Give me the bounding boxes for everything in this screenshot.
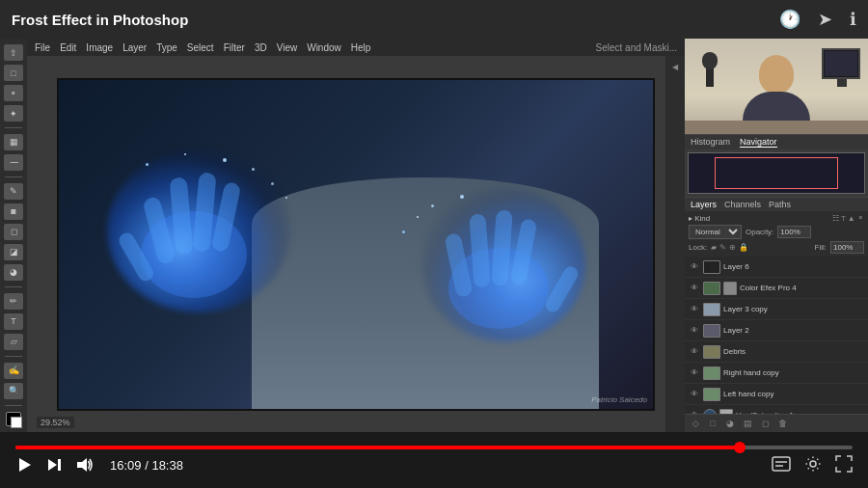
particle	[223, 158, 227, 162]
gradient-tool[interactable]: ◪	[4, 244, 23, 260]
layer-row[interactable]: 👁 Right hand copy	[685, 363, 868, 384]
layer-icons-row: ☷ T ▲ ⚬	[832, 214, 864, 223]
ps-menu-3d[interactable]: 3D	[255, 42, 267, 53]
ps-menu-layer[interactable]: Layer	[122, 42, 147, 53]
layers-tab[interactable]: Layers	[691, 200, 717, 209]
add-style-icon[interactable]: ◇	[689, 417, 702, 430]
hand-tool[interactable]: ✍	[4, 363, 23, 379]
stamp-tool[interactable]: ◙	[4, 203, 23, 220]
move-tool[interactable]: ⇧	[4, 44, 23, 61]
ps-menu-type[interactable]: Type	[156, 42, 177, 53]
new-layer-icon[interactable]: ◻	[758, 417, 772, 430]
lock-pixels-icon[interactable]: ✎	[719, 243, 726, 252]
zoom-tool[interactable]: 🔍	[4, 383, 23, 399]
layer-name: Layer 3 copy	[723, 305, 864, 313]
current-time: 16:09	[110, 458, 142, 473]
share-icon[interactable]: ➤	[818, 9, 832, 30]
kind-label: ▸ Kind	[689, 214, 710, 223]
layer-row[interactable]: 👁 Debris	[685, 341, 868, 363]
shape-tool[interactable]: ▱	[4, 334, 23, 350]
fullscreen-button[interactable]	[835, 455, 853, 475]
fill-input[interactable]	[830, 241, 864, 254]
ps-menu-window[interactable]: Window	[307, 42, 341, 53]
monitor	[822, 48, 860, 79]
ps-menu-view[interactable]: View	[277, 42, 298, 53]
eye-icon[interactable]: 👁	[689, 304, 700, 315]
layer-row[interactable]: 👁 Color Efex Pro 4	[685, 278, 868, 299]
channels-tab[interactable]: Channels	[724, 200, 761, 209]
fill-label: Fill:	[815, 243, 827, 252]
play-button[interactable]	[15, 456, 33, 474]
eraser-tool[interactable]: ◻	[4, 224, 23, 240]
subtitles-button[interactable]	[772, 456, 791, 474]
navigator-tab[interactable]: Navigator	[740, 137, 777, 148]
time-display: 16:09 / 18:38	[110, 458, 183, 473]
eye-icon[interactable]: 👁	[689, 367, 700, 379]
opacity-input[interactable]	[777, 226, 811, 238]
paths-tab[interactable]: Paths	[769, 200, 791, 209]
video-frame[interactable]: Patricio Salcedo	[57, 78, 655, 411]
wand-tool[interactable]: ✦	[4, 105, 23, 122]
eye-icon[interactable]: 👁	[689, 389, 700, 400]
layers-header: Layers Channels Paths	[685, 198, 868, 211]
brush-tool[interactable]: ✎	[4, 183, 23, 200]
video-controls: 16:09 / 18:38	[0, 432, 868, 488]
settings-button[interactable]	[804, 455, 822, 475]
clock-icon[interactable]: 🕐	[779, 9, 800, 30]
toolbar-divider-3	[5, 286, 22, 287]
add-adjustment-icon[interactable]: ◕	[723, 417, 737, 430]
histogram-tab[interactable]: Histogram	[691, 137, 730, 148]
lock-position-icon[interactable]: ⊕	[729, 243, 736, 252]
eye-icon[interactable]: 👁	[689, 325, 700, 337]
ps-menu-image[interactable]: Image	[86, 42, 113, 53]
text-tool[interactable]: T	[4, 313, 23, 330]
next-button[interactable]	[46, 457, 62, 473]
add-mask-icon[interactable]: □	[706, 417, 719, 430]
crop-tool[interactable]: ▦	[4, 134, 23, 150]
info-icon[interactable]: ℹ	[850, 9, 856, 30]
ps-menu-filter[interactable]: Filter	[224, 42, 245, 53]
ps-menu-edit[interactable]: Edit	[60, 42, 76, 53]
lock-all-icon[interactable]: 🔒	[739, 243, 748, 252]
page-title: Frost Effect in Photoshop	[12, 12, 779, 28]
new-group-icon[interactable]: ▤	[741, 417, 754, 430]
ps-left-toolbar: ⇧ □ ⚬ ✦ ▦ ⸻ ✎ ◙ ◻ ◪ ◕ ✏ T ▱ ✍ 🔍	[0, 39, 27, 432]
layer-row[interactable]: 👁 Hue/Saturation 1	[685, 405, 868, 414]
layer-row[interactable]: 👁 Layer 3 copy	[685, 299, 868, 320]
canvas-outer: Patricio Salcedo 29.52% ◀	[27, 56, 685, 432]
lock-transparent-icon[interactable]: ▰	[711, 243, 717, 252]
eye-icon[interactable]: 👁	[689, 283, 700, 294]
volume-button[interactable]	[75, 456, 93, 474]
play-icon	[15, 456, 33, 474]
webcam-person	[743, 55, 810, 121]
layer-row[interactable]: 👁 Left hand copy	[685, 384, 868, 405]
eye-icon[interactable]: 👁	[689, 346, 700, 358]
blend-mode-select[interactable]: Normal	[689, 225, 742, 239]
layer-row[interactable]: 👁 Layer 2	[685, 320, 868, 341]
webcam-background	[685, 39, 868, 134]
ps-menu-select[interactable]: Select	[187, 42, 214, 53]
panel-arrow-icon[interactable]: ◀	[667, 60, 683, 73]
progress-dot[interactable]	[734, 442, 746, 453]
layer-thumbnail	[703, 303, 720, 316]
controls-row: 16:09 / 18:38	[15, 455, 853, 475]
lasso-tool[interactable]: ⚬	[4, 85, 23, 101]
eye-icon[interactable]: 👁	[689, 261, 700, 273]
toolbar-divider-2	[5, 176, 22, 177]
pen-tool[interactable]: ✏	[4, 293, 23, 310]
layers-list: 👁 Layer 6 👁 Color Efex Pro 4 👁 Layer 3 c…	[685, 257, 868, 414]
layer-row[interactable]: 👁 Layer 6	[685, 257, 868, 278]
progress-bar[interactable]	[15, 446, 853, 449]
lock-row: Lock: ▰ ✎ ⊕ 🔒 Fill:	[689, 241, 864, 254]
ps-menu-help[interactable]: Help	[351, 42, 371, 53]
toolbar-divider	[5, 127, 22, 128]
particle	[460, 195, 464, 199]
volume-icon	[75, 456, 93, 474]
selection-tool[interactable]: □	[4, 65, 23, 81]
blur-tool[interactable]: ◕	[4, 264, 23, 281]
foreground-color[interactable]	[6, 412, 21, 426]
delete-layer-icon[interactable]: 🗑	[775, 417, 789, 430]
eyedropper-tool[interactable]: ⸻	[4, 154, 23, 171]
layer-thumbnail	[703, 366, 720, 380]
ps-menu-file[interactable]: File	[35, 42, 50, 53]
